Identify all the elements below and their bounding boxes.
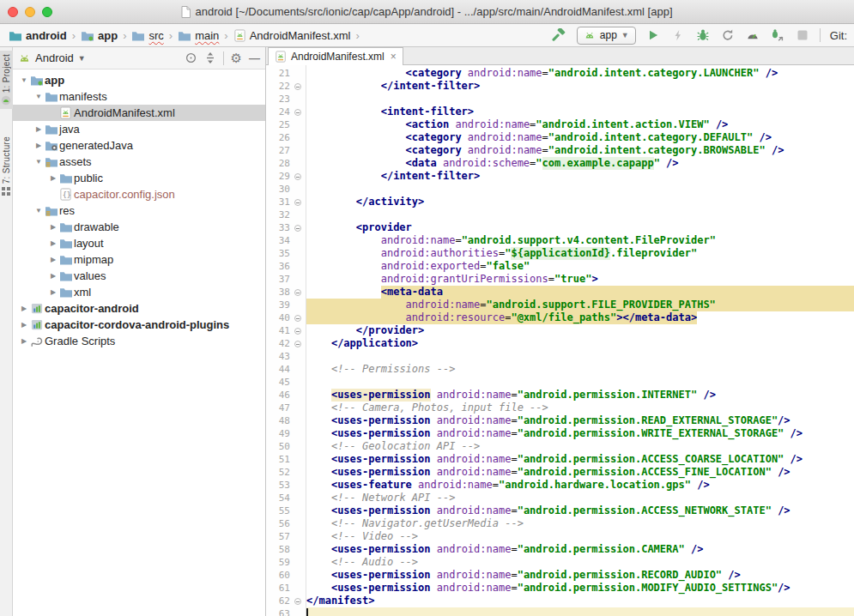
- fold-marker-icon[interactable]: [294, 289, 301, 296]
- tree-item-layout[interactable]: ▶layout: [13, 235, 265, 251]
- code-line[interactable]: <data android:scheme="com.example.capapp…: [306, 157, 854, 170]
- code-line[interactable]: [306, 607, 854, 616]
- git-label[interactable]: Git:: [830, 29, 847, 42]
- code-line[interactable]: android:name="android.support.FILE_PROVI…: [306, 299, 854, 311]
- tree-expand-arrow-icon[interactable]: ▶: [47, 288, 59, 296]
- code-line[interactable]: <uses-permission android:name="android.p…: [306, 389, 854, 402]
- profiler-gauge-icon[interactable]: [745, 27, 760, 43]
- tree-expand-arrow-icon[interactable]: ▶: [18, 337, 30, 345]
- code-editor[interactable]: 2122232425262728293031323334353637383940…: [266, 65, 854, 616]
- tree-expand-arrow-icon[interactable]: ▼: [18, 76, 30, 84]
- code-line[interactable]: <!-- Network API -->: [306, 492, 854, 504]
- fold-marker-icon[interactable]: [294, 598, 301, 605]
- fold-marker-icon[interactable]: [294, 109, 301, 116]
- tree-expand-arrow-icon[interactable]: ▶: [18, 321, 30, 329]
- tree-item-res[interactable]: ▼res: [13, 202, 265, 219]
- code-line[interactable]: android:resource="@xml/file_paths"></met…: [306, 311, 854, 324]
- tree-item-app[interactable]: ▼app: [13, 72, 265, 88]
- editor-tab-androidmanifest[interactable]: AndroidManifest.xml ×: [268, 47, 403, 65]
- code-line[interactable]: android:name="android.support.v4.content…: [306, 234, 854, 247]
- tree-expand-arrow-icon[interactable]: ▼: [33, 93, 45, 100]
- code-line[interactable]: <uses-feature android:name="android.hard…: [306, 479, 854, 492]
- tree-expand-arrow-icon[interactable]: ▶: [47, 256, 59, 263]
- code-line[interactable]: <provider: [306, 221, 854, 234]
- code-line[interactable]: [306, 376, 854, 389]
- collapse-all-icon[interactable]: [204, 51, 216, 64]
- build-hammer-icon[interactable]: [552, 27, 567, 43]
- code-lines[interactable]: <category android:name="android.intent.c…: [306, 65, 854, 616]
- code-line[interactable]: android:exported="false": [306, 260, 854, 273]
- code-line[interactable]: </application>: [306, 337, 854, 350]
- code-line[interactable]: </intent-filter>: [306, 170, 854, 183]
- tree-expand-arrow-icon[interactable]: ▶: [47, 174, 59, 182]
- code-line[interactable]: <category android:name="android.intent.c…: [306, 131, 854, 144]
- tree-item-androidmanifest-xml[interactable]: AndroidManifest.xml: [13, 105, 265, 121]
- minimize-window-button[interactable]: [25, 7, 35, 17]
- fold-marker-icon[interactable]: [294, 173, 301, 180]
- code-line[interactable]: </intent-filter>: [306, 80, 854, 93]
- tree-item-gradle-scripts[interactable]: ▶Gradle Scripts: [13, 333, 265, 349]
- fold-marker-icon[interactable]: [294, 199, 301, 206]
- chevron-down-icon[interactable]: ▼: [78, 54, 86, 63]
- settings-gear-icon[interactable]: ⚙: [231, 51, 242, 64]
- tree-item-manifests[interactable]: ▼manifests: [13, 88, 265, 105]
- code-line[interactable]: </manifest>: [306, 595, 854, 607]
- debug-bug-icon[interactable]: [695, 27, 711, 43]
- zoom-window-button[interactable]: [42, 7, 52, 17]
- tree-expand-arrow-icon[interactable]: ▼: [33, 207, 45, 214]
- code-line[interactable]: <uses-permission android:name="android.p…: [306, 504, 854, 517]
- tree-item-java[interactable]: ▶java: [13, 121, 265, 137]
- code-line[interactable]: <uses-permission android:name="android.p…: [306, 582, 854, 595]
- tree-item-drawable[interactable]: ▶drawable: [13, 219, 265, 235]
- code-line[interactable]: <!-- Audio -->: [306, 556, 854, 569]
- code-line[interactable]: </activity>: [306, 196, 854, 208]
- fold-marker-icon[interactable]: [294, 328, 301, 335]
- close-icon[interactable]: ×: [389, 51, 397, 63]
- code-line[interactable]: <uses-permission android:name="android.p…: [306, 427, 854, 440]
- code-line[interactable]: <uses-permission android:name="android.p…: [306, 414, 854, 427]
- code-line[interactable]: <category android:name="android.intent.c…: [306, 67, 854, 80]
- code-line[interactable]: [306, 93, 854, 106]
- code-line[interactable]: <uses-permission android:name="android.p…: [306, 466, 854, 479]
- code-line[interactable]: android:grantUriPermissions="true">: [306, 273, 854, 286]
- fold-marker-icon[interactable]: [294, 83, 301, 90]
- tree-item-generatedjava[interactable]: ▶generatedJava: [13, 137, 265, 154]
- code-line[interactable]: <meta-data: [306, 286, 854, 299]
- coverage-restart-icon[interactable]: [720, 27, 736, 43]
- run-configuration-select[interactable]: app ▼: [577, 27, 636, 45]
- fold-marker-icon[interactable]: [294, 315, 301, 322]
- code-line[interactable]: android:authorities="${applicationId}.fi…: [306, 247, 854, 260]
- tool-tab-structure[interactable]: 7: Structure: [0, 133, 13, 198]
- tree-item-mipmap[interactable]: ▶mipmap: [13, 251, 265, 268]
- tree-expand-arrow-icon[interactable]: ▼: [33, 158, 45, 166]
- code-line[interactable]: [306, 208, 854, 221]
- code-line[interactable]: <intent-filter>: [306, 106, 854, 118]
- tree-item-capacitor-android[interactable]: ▶capacitor-android: [13, 300, 265, 317]
- code-line[interactable]: <!-- Permissions -->: [306, 363, 854, 376]
- code-line[interactable]: <category android:name="android.intent.c…: [306, 144, 854, 157]
- tree-expand-arrow-icon[interactable]: ▶: [33, 125, 45, 133]
- code-line[interactable]: [306, 183, 854, 196]
- tree-expand-arrow-icon[interactable]: ▶: [33, 142, 45, 149]
- code-line[interactable]: [306, 350, 854, 363]
- tree-expand-arrow-icon[interactable]: ▶: [47, 239, 59, 247]
- breadcrumb-item-androidmanifest-xml[interactable]: AndroidManifest.xml: [232, 28, 353, 43]
- code-line[interactable]: </provider>: [306, 324, 854, 337]
- close-window-button[interactable]: [8, 7, 18, 17]
- code-line[interactable]: <uses-permission android:name="android.p…: [306, 569, 854, 582]
- code-line[interactable]: <uses-permission android:name="android.p…: [306, 453, 854, 466]
- tree-item-values[interactable]: ▶values: [13, 268, 265, 284]
- attach-debugger-icon[interactable]: [770, 27, 785, 43]
- breadcrumb-item-app[interactable]: app: [79, 28, 119, 43]
- breadcrumb-item-android[interactable]: android: [7, 28, 69, 43]
- tree-item-public[interactable]: ▶public: [13, 170, 265, 186]
- tree-expand-arrow-icon[interactable]: ▶: [47, 223, 59, 231]
- code-line[interactable]: <!-- Geolocation API -->: [306, 440, 854, 453]
- tree-item-capacitor-cordova-android-plugins[interactable]: ▶capacitor-cordova-android-plugins: [13, 317, 265, 333]
- code-line[interactable]: <!-- Navigator.getUserMedia -->: [306, 517, 854, 530]
- tool-tab-project[interactable]: 1: Project: [0, 51, 13, 109]
- fold-marker-icon[interactable]: [294, 341, 301, 347]
- locate-icon[interactable]: [185, 51, 197, 64]
- tree-item-assets[interactable]: ▼assets: [13, 154, 265, 170]
- breadcrumb-item-main[interactable]: main: [176, 28, 221, 43]
